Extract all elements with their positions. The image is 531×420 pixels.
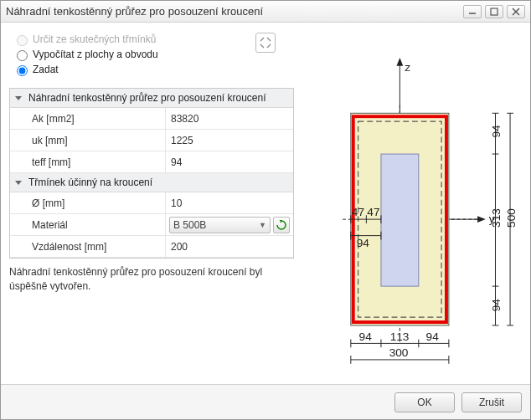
axis-z-label: z (405, 61, 410, 74)
input-teff[interactable] (169, 156, 290, 169)
cancel-button[interactable]: Zrušit (461, 392, 522, 412)
window-title: Náhradní tenkostěnný průřez pro posouzen… (6, 5, 263, 18)
status-line1: Náhradní tenkostěnný průřez pro posouzen… (9, 266, 262, 278)
content-area: Určit ze skutečných třmínků Vypočítat z … (1, 23, 530, 384)
svg-text:313: 313 (490, 208, 503, 228)
section-title: Náhradní tenkostěnný průřez pro posouzen… (28, 92, 266, 104)
label-diam: Ø [mm] (10, 197, 165, 209)
label-ak: Ak [mm2] (10, 113, 165, 125)
close-button[interactable] (507, 5, 525, 18)
select-material[interactable]: B 500B ▼ (169, 217, 271, 233)
section-title: Třmínek účinný na kroucení (28, 177, 152, 188)
svg-marker-5 (396, 58, 403, 66)
maximize-icon (490, 8, 498, 16)
input-dist[interactable] (169, 240, 290, 254)
property-grid: Náhradní tenkostěnný průřez pro posouzen… (9, 88, 294, 259)
titlebar: Náhradní tenkostěnný průřez pro posouzen… (1, 1, 530, 23)
svg-text:94: 94 (359, 330, 373, 343)
svg-text:47: 47 (352, 206, 364, 218)
status-text: Náhradní tenkostěnný průřez pro posouzen… (9, 265, 294, 294)
row-diam: Ø [mm] (10, 192, 293, 214)
radio-from-stirrups: Určit ze skutečných třmínků (13, 33, 294, 46)
row-dist: Vzdálenost [mm] (10, 236, 293, 258)
svg-text:94: 94 (490, 299, 503, 312)
svg-text:94: 94 (357, 237, 370, 249)
radio-from-stirrups-input (17, 35, 28, 46)
ok-button[interactable]: OK (394, 392, 455, 412)
radio-label: Zadat (33, 64, 59, 75)
expand-icon (260, 37, 271, 49)
svg-text:47: 47 (367, 206, 379, 218)
section-header-1[interactable]: Náhradní tenkostěnný průřez pro posouzen… (10, 89, 293, 108)
minimize-icon (468, 8, 477, 16)
maximize-button[interactable] (485, 5, 503, 18)
svg-text:500: 500 (505, 208, 518, 228)
status-line2: úspěšně vytvořen. (9, 280, 90, 292)
close-icon (512, 8, 520, 16)
select-material-value: B 500B (173, 219, 206, 231)
expand-button[interactable] (255, 33, 276, 53)
svg-rect-1 (491, 8, 497, 15)
chevron-down-icon (15, 181, 22, 185)
minimize-button[interactable] (463, 5, 482, 18)
row-material: Materiál B 500B ▼ (10, 214, 293, 236)
dialog-window: Náhradní tenkostěnný průřez pro posouzen… (0, 0, 531, 420)
section-header-2[interactable]: Třmínek účinný na kroucení (10, 173, 293, 192)
cross-section-diagram: z y (302, 56, 522, 391)
mode-radio-group: Určit ze skutečných třmínků Vypočítat z … (13, 31, 294, 78)
cancel-button-label: Zrušit (479, 397, 504, 408)
input-ak[interactable] (169, 112, 290, 125)
svg-rect-11 (381, 154, 419, 286)
radio-label: Určit ze skutečných třmínků (33, 33, 156, 45)
label-teff: teff [mm] (10, 156, 165, 168)
radio-label: Vypočítat z plochy a obvodu (33, 49, 158, 60)
radio-from-area[interactable]: Vypočítat z plochy a obvodu (13, 48, 294, 61)
svg-text:300: 300 (389, 346, 409, 359)
label-dist: Vzdálenost [mm] (10, 241, 165, 253)
input-diam[interactable] (169, 197, 290, 210)
left-panel: Určit ze skutečných třmínků Vypočítat z … (9, 29, 294, 377)
chevron-down-icon (15, 96, 22, 100)
svg-text:94: 94 (426, 330, 440, 343)
diagram-panel: z y (302, 29, 522, 377)
row-ak: Ak [mm2] (10, 108, 293, 130)
radio-from-area-input[interactable] (17, 50, 28, 61)
radio-enter[interactable]: Zadat (13, 63, 294, 76)
svg-marker-9 (477, 216, 486, 223)
label-material: Materiál (10, 219, 165, 231)
radio-enter-input[interactable] (17, 65, 28, 76)
svg-text:113: 113 (390, 330, 410, 343)
input-uk[interactable] (169, 134, 290, 147)
material-swap-button[interactable] (273, 217, 290, 233)
cycle-icon (276, 220, 286, 230)
ok-button-label: OK (417, 397, 431, 408)
label-uk: uk [mm] (10, 135, 165, 146)
chevron-down-icon: ▼ (259, 221, 266, 229)
svg-text:94: 94 (490, 125, 503, 138)
row-uk: uk [mm] (10, 130, 293, 151)
row-teff: teff [mm] (10, 151, 293, 173)
